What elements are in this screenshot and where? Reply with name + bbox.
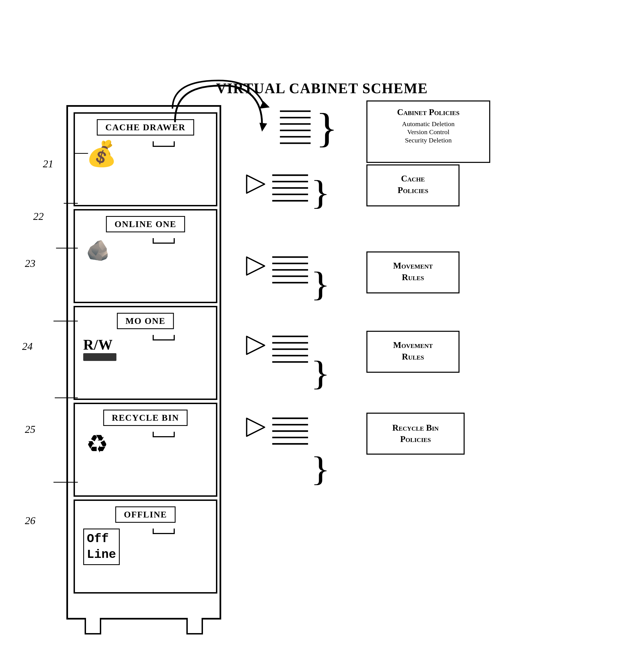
svg-text:Version Control: Version Control [407, 128, 449, 136]
svg-text:Cache: Cache [401, 174, 425, 183]
svg-text:Rules: Rules [402, 273, 424, 282]
recycle-bin-drawer[interactable]: RECYCLE BIN ♻ [74, 403, 217, 497]
svg-text:Movement: Movement [393, 340, 433, 350]
offline-icon: Off Line [83, 528, 120, 565]
svg-text:Recycle Bin: Recycle Bin [392, 423, 439, 433]
cache-drawer-icon: 💰 [86, 141, 117, 166]
mo-one-label: MO ONE [117, 313, 174, 329]
svg-rect-41 [367, 331, 459, 372]
svg-rect-9 [367, 101, 490, 162]
svg-text:Policies: Policies [400, 434, 431, 444]
cache-drawer-label: CACHE DRAWER [97, 119, 194, 136]
svg-text:}: } [310, 354, 330, 392]
svg-marker-0 [260, 101, 270, 109]
svg-text:Cabinet Policies: Cabinet Policies [397, 107, 460, 117]
page-title: VIRTUAL CABINET SCHEME [0, 64, 644, 97]
svg-text:Automatic Deletion: Automatic Deletion [402, 120, 454, 127]
ref-25: 25 [25, 423, 35, 435]
online-one-handle [153, 238, 175, 244]
svg-marker-34 [247, 336, 265, 354]
svg-marker-14 [247, 175, 265, 193]
svg-rect-51 [367, 413, 464, 454]
svg-rect-21 [367, 165, 459, 206]
cabinet-leg-left [85, 618, 101, 634]
svg-text:Policies: Policies [398, 185, 428, 195]
svg-text:}: } [310, 173, 330, 212]
svg-marker-44 [247, 418, 265, 436]
mo-one-handle [153, 335, 175, 340]
svg-text:Security Deletion: Security Deletion [405, 137, 451, 144]
cabinet-leg-right [186, 618, 203, 634]
ref-23: 23 [25, 257, 35, 269]
online-one-label: ONLINE ONE [106, 216, 185, 232]
svg-rect-31 [367, 252, 459, 293]
svg-text:Rules: Rules [402, 352, 424, 362]
offline-drawer[interactable]: OFFLINE Off Line [74, 500, 217, 594]
cache-drawer-handle [153, 141, 175, 147]
mo-one-icon: R/W [83, 338, 117, 361]
offline-handle [153, 528, 175, 534]
svg-text:Movement: Movement [393, 261, 433, 270]
recycle-bin-icon: ♻ [86, 432, 108, 457]
svg-marker-24 [247, 257, 265, 275]
cabinet: CACHE DRAWER 💰 ONLINE ONE 🪨 MO ONE R/W [55, 105, 232, 631]
svg-text:}: } [310, 265, 330, 303]
online-one-drawer[interactable]: ONLINE ONE 🪨 [74, 209, 217, 303]
recycle-bin-label: RECYCLE BIN [103, 409, 187, 426]
ref-22: 22 [33, 210, 44, 222]
svg-text:}: } [316, 105, 338, 151]
recycle-bin-handle [153, 432, 175, 437]
svg-marker-1 [260, 123, 267, 132]
ref-26: 26 [25, 514, 35, 527]
offline-label: OFFLINE [115, 506, 176, 523]
ref-24: 24 [22, 340, 33, 352]
online-one-icon: 🪨 [86, 241, 110, 260]
mo-one-drawer[interactable]: MO ONE R/W [74, 306, 217, 400]
cabinet-body: CACHE DRAWER 💰 ONLINE ONE 🪨 MO ONE R/W [66, 105, 221, 619]
svg-text:}: } [310, 450, 330, 488]
cache-drawer[interactable]: CACHE DRAWER 💰 [74, 112, 217, 206]
ref-21: 21 [43, 158, 53, 170]
